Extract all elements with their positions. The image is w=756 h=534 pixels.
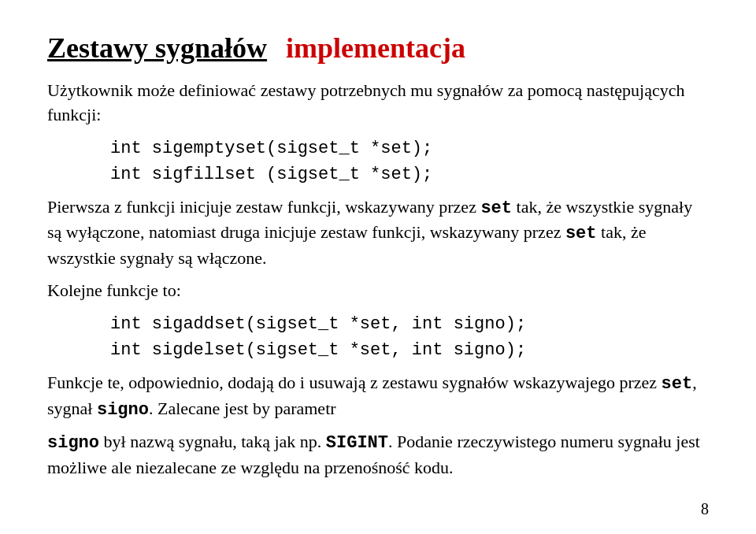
page-title: Zestawy sygnałów xyxy=(47,32,267,65)
code-line-1: int sigemptyset(sigset_t *set); xyxy=(110,135,709,161)
title-row: Zestawy sygnałów implementacja xyxy=(47,32,709,65)
paragraph-1: Pierwsza z funkcji inicjuje zestaw funkc… xyxy=(47,195,709,271)
code-block-2: int sigaddset(sigset_t *set, int signo);… xyxy=(110,311,709,363)
kolejne-label: Kolejne funkcje to: xyxy=(47,279,709,303)
intro-paragraph: Użytkownik może definiować zestawy potrz… xyxy=(47,79,709,128)
page-number: 8 xyxy=(701,500,709,518)
paragraph-3: signo był nazwą sygnału, taką jak np. SI… xyxy=(47,430,709,480)
code-line-4: int sigdelset(sigset_t *set, int signo); xyxy=(110,337,709,363)
code-line-3: int sigaddset(sigset_t *set, int signo); xyxy=(110,311,709,337)
paragraph-2: Funkcje te, odpowiednio, dodają do i usu… xyxy=(47,371,709,423)
code-line-2: int sigfillset (sigset_t *set); xyxy=(110,161,709,187)
code-block-1: int sigemptyset(sigset_t *set); int sigf… xyxy=(110,135,709,187)
page-container: Zestawy sygnałów implementacja Użytkowni… xyxy=(47,32,709,480)
page-subtitle: implementacja xyxy=(286,32,465,65)
